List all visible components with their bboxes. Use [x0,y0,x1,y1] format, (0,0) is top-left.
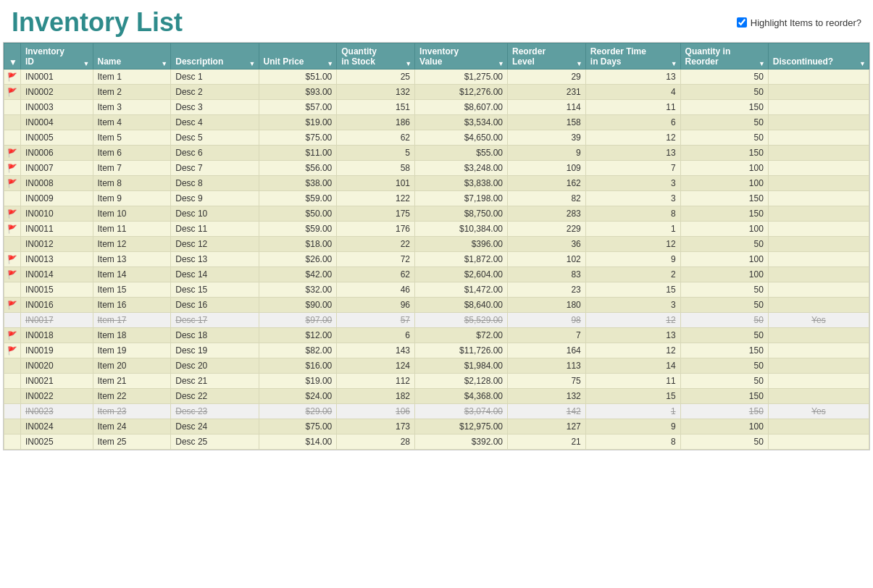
cell-inv-value: $1,275.00 [415,69,508,84]
table-row: IN0012Item 12Desc 12$18.0022$396.0036125… [4,236,869,251]
reorder-flag-icon: 🚩 [7,148,17,157]
row-flag: 🚩 [4,297,21,312]
cell-inv-value: $396.00 [415,236,508,251]
cell-price: $38.00 [259,175,337,190]
cell-discontinued: Yes [768,312,869,327]
cell-name: Item 21 [93,373,171,388]
cell-qty-stock: 62 [337,130,415,145]
cell-inv-value: $8,607.00 [415,99,508,114]
col-reorder-time-filter[interactable]: ▼ [671,60,677,67]
cell-reorder-level: 82 [508,190,586,206]
cell-reorder-time: 9 [585,251,680,266]
cell-discontinued [768,175,869,190]
cell-qty-stock: 72 [337,251,415,266]
cell-discontinued [768,221,869,236]
cell-qty-reorder: 50 [680,327,768,343]
cell-inv-value: $55.00 [415,145,508,160]
reorder-flag-icon: 🚩 [7,88,17,96]
cell-reorder-time: 11 [585,99,680,114]
cell-inv-value: $4,650.00 [415,130,508,145]
table-row: IN0003Item 3Desc 3$57.00151$8,607.001141… [4,99,869,114]
cell-name: Item 10 [93,206,171,221]
cell-name: Item 4 [93,114,171,130]
cell-price: $26.00 [259,251,337,266]
cell-price: $14.00 [259,434,337,449]
cell-qty-reorder: 100 [680,251,768,266]
cell-desc: Desc 4 [171,114,259,130]
cell-reorder-time: 15 [585,282,680,297]
cell-desc: Desc 11 [171,221,259,236]
cell-discontinued [768,297,869,312]
cell-price: $11.00 [259,145,337,160]
cell-qty-reorder: 100 [680,266,768,282]
cell-discontinued [768,251,869,266]
dropdown-arrow[interactable]: ▼ [9,57,17,67]
cell-qty-reorder: 100 [680,175,768,190]
cell-name: Item 17 [93,312,171,327]
cell-qty-stock: 6 [337,327,415,343]
cell-discontinued [768,327,869,343]
cell-qty-stock: 106 [337,403,415,419]
cell-qty-reorder: 50 [680,312,768,327]
row-flag [4,282,21,297]
reorder-flag-icon: 🚩 [7,331,17,340]
cell-price: $29.00 [259,403,337,419]
row-flag [4,419,21,434]
col-inv-value-filter[interactable]: ▼ [498,60,504,67]
col-id-filter[interactable]: ▼ [83,60,90,67]
col-discontinued-filter[interactable]: ▼ [859,60,866,67]
table-row: IN0022Item 22Desc 22$24.00182$4,368.0013… [4,388,869,403]
col-name-filter[interactable]: ▼ [161,60,167,67]
cell-desc: Desc 20 [171,358,259,373]
cell-reorder-level: 9 [508,145,586,160]
col-qty-stock-filter[interactable]: ▼ [405,60,412,67]
col-qty-reorder-filter[interactable]: ▼ [759,60,765,67]
cell-id: IN0014 [20,266,93,282]
reorder-flag-icon: 🚩 [7,164,17,172]
cell-qty-stock: 58 [337,160,415,175]
col-price-filter[interactable]: ▼ [327,60,333,67]
cell-qty-reorder: 150 [680,190,768,206]
col-id-header: Inventory ID ▼ [20,43,93,70]
cell-id: IN0008 [20,175,93,190]
cell-inv-value: $12,975.00 [415,419,508,434]
cell-desc: Desc 25 [171,434,259,449]
row-flag: 🚩 [4,221,21,236]
table-row: 🚩IN0013Item 13Desc 13$26.0072$1,872.0010… [4,251,869,266]
col-reorder-time-header: Reorder Time in Days ▼ [585,43,680,70]
cell-inv-value: $3,248.00 [415,160,508,175]
col-reorder-level-filter[interactable]: ▼ [576,60,582,67]
cell-discontinued [768,84,869,99]
cell-qty-reorder: 150 [680,99,768,114]
cell-inv-value: $1,872.00 [415,251,508,266]
cell-qty-reorder: 50 [680,130,768,145]
row-flag [4,114,21,130]
cell-discontinued [768,434,869,449]
row-flag: 🚩 [4,160,21,175]
page-title: Inventory List [12,7,183,38]
highlight-label[interactable]: Highlight Items to reorder? [751,17,861,28]
cell-discontinued [768,114,869,130]
table-row: 🚩IN0014Item 14Desc 14$42.0062$2,604.0083… [4,266,869,282]
cell-reorder-time: 3 [585,175,680,190]
cell-id: IN0019 [20,343,93,358]
table-row: 🚩IN0011Item 11Desc 11$59.00176$10,384.00… [4,221,869,236]
cell-qty-stock: 175 [337,206,415,221]
table-row: IN0005Item 5Desc 5$75.0062$4,650.0039125… [4,130,869,145]
cell-name: Item 1 [93,69,171,84]
cell-price: $97.00 [259,312,337,327]
cell-qty-stock: 5 [337,145,415,160]
cell-name: Item 7 [93,160,171,175]
highlight-checkbox[interactable] [737,17,747,28]
cell-reorder-time: 13 [585,327,680,343]
cell-desc: Desc 19 [171,343,259,358]
cell-qty-reorder: 50 [680,84,768,99]
cell-reorder-level: 283 [508,206,586,221]
cell-name: Item 12 [93,236,171,251]
table-row: IN0015Item 15Desc 15$32.0046$1,472.00231… [4,282,869,297]
cell-id: IN0004 [20,114,93,130]
cell-id: IN0007 [20,160,93,175]
cell-inv-value: $2,604.00 [415,266,508,282]
col-desc-filter[interactable]: ▼ [249,60,256,67]
reorder-flag-icon: 🚩 [7,224,17,233]
